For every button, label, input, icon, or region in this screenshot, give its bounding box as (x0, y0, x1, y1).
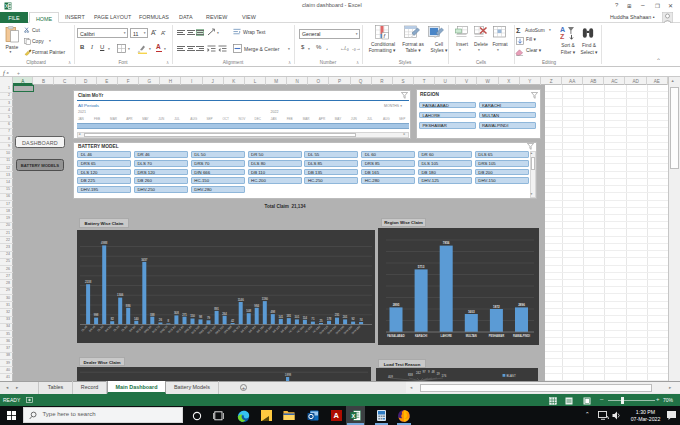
svg-text:508: 508 (246, 309, 251, 313)
svg-text:1603: 1603 (468, 310, 475, 314)
svg-text:114: 114 (303, 315, 308, 319)
svg-text:A: A (560, 26, 565, 33)
svg-text:71: 71 (311, 317, 315, 321)
svg-text:1190: 1190 (262, 296, 268, 300)
svg-text:176: 176 (442, 374, 447, 378)
svg-text:141: 141 (278, 314, 283, 318)
svg-text:KARACHI: KARACHI (415, 334, 428, 338)
svg-text:178: 178 (327, 316, 332, 320)
svg-text:4988: 4988 (101, 241, 108, 245)
svg-text:242: 242 (416, 371, 421, 375)
svg-text:2895: 2895 (393, 303, 400, 307)
svg-text:891: 891 (214, 306, 219, 310)
svg-text:5713: 5713 (418, 265, 425, 269)
svg-text:LAHORE: LAHORE (441, 334, 453, 338)
svg-text:838: 838 (408, 373, 413, 377)
svg-text:42: 42 (231, 318, 235, 322)
svg-text:140: 140 (134, 316, 139, 320)
svg-text:92: 92 (352, 317, 356, 321)
svg-text:1306: 1306 (117, 293, 124, 297)
svg-text:101: 101 (295, 315, 300, 319)
svg-text:984: 984 (254, 303, 259, 307)
svg-text:74: 74 (360, 317, 364, 321)
svg-text:886: 886 (126, 303, 131, 307)
svg-text:MULTAN: MULTAN (466, 334, 477, 338)
svg-text:PESHAWAR: PESHAWAR (489, 334, 504, 338)
svg-text:2138: 2138 (85, 280, 92, 284)
svg-text:998: 998 (94, 313, 99, 317)
svg-text:231: 231 (335, 313, 340, 317)
svg-text:150: 150 (190, 314, 195, 318)
svg-text:25: 25 (319, 318, 323, 322)
svg-text:201: 201 (343, 315, 348, 319)
svg-text:19: 19 (437, 372, 441, 376)
svg-text:271: 271 (182, 312, 187, 316)
svg-text:98: 98 (199, 315, 203, 319)
svg-text:7856: 7856 (443, 241, 450, 245)
svg-text:82: 82 (111, 317, 115, 321)
svg-text:97: 97 (423, 370, 427, 374)
svg-text:48: 48 (432, 370, 436, 374)
svg-text:1146: 1146 (238, 297, 244, 301)
svg-text:26: 26 (159, 318, 163, 322)
svg-text:1872: 1872 (493, 305, 500, 309)
svg-text:1898: 1898 (285, 373, 292, 377)
svg-text:181: 181 (286, 313, 291, 317)
svg-text:X: X (5, 3, 9, 9)
svg-text:338: 338 (150, 312, 155, 316)
svg-text:RAWALPINDI: RAWALPINDI (513, 334, 530, 338)
svg-text:308: 308 (174, 311, 179, 315)
svg-text:FAISALABAD: FAISALABAD (387, 334, 404, 338)
svg-text:498: 498 (270, 309, 275, 313)
svg-text:2896: 2896 (518, 303, 525, 307)
svg-text:79: 79 (207, 316, 211, 320)
svg-text:BLAST: BLAST (507, 374, 516, 378)
svg-text:Z: Z (560, 33, 565, 40)
svg-text:264: 264 (222, 311, 227, 315)
svg-text:X: X (351, 413, 355, 419)
svg-text:3437: 3437 (141, 257, 148, 261)
